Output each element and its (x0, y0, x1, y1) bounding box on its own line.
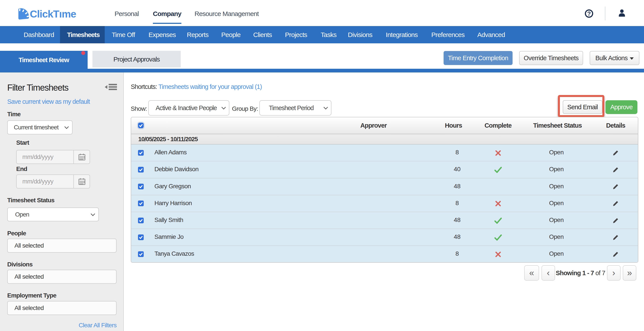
svg-text:?: ? (587, 10, 591, 17)
